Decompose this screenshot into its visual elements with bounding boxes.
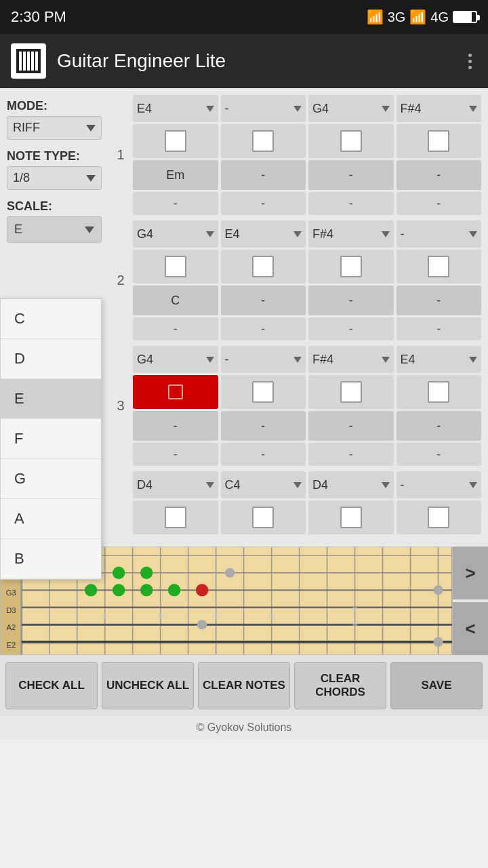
- row1-col4: F#4 - -: [396, 95, 482, 215]
- sequence-row-4: D4 C4: [108, 471, 481, 534]
- note-header-r4c1[interactable]: D4: [133, 471, 218, 498]
- dot-g3-f3[interactable]: [85, 584, 97, 596]
- note-header-r2c4[interactable]: -: [396, 220, 482, 248]
- note-header-r1c4[interactable]: F#4: [396, 95, 482, 122]
- checkbox-r3c1-active: [133, 375, 218, 409]
- checkbox-input-r2c3[interactable]: [340, 256, 362, 277]
- note-header-r3c2[interactable]: -: [221, 346, 306, 373]
- fretboard-next-button[interactable]: >: [453, 547, 488, 599]
- scale-option-c[interactable]: C: [1, 299, 101, 339]
- note-header-r1c1[interactable]: E4: [133, 95, 218, 122]
- note-header-r2c1[interactable]: G4: [133, 220, 218, 248]
- row3-col4: E4 - -: [396, 346, 482, 466]
- clear-chords-button[interactable]: CLEAR CHORDS: [294, 662, 386, 709]
- dot-b3-gray[interactable]: [225, 568, 235, 578]
- chord-r3c3: -: [308, 411, 394, 441]
- checkbox-input-r1c4[interactable]: [428, 130, 449, 152]
- row2-col2: E4 - -: [221, 220, 306, 340]
- scale-label: SCALE:: [7, 199, 102, 214]
- checkbox-input-r4c1[interactable]: [165, 507, 186, 528]
- checkbox-input-r4c4[interactable]: [428, 507, 449, 528]
- uncheck-all-button[interactable]: UNCHECK ALL: [102, 662, 194, 709]
- row3-col1: G4 - -: [133, 346, 218, 466]
- note-type-arrow-icon: [86, 175, 96, 182]
- chord-r2c1: C: [133, 285, 218, 315]
- network1: 3G: [388, 9, 406, 25]
- checkbox-input-r2c1[interactable]: [165, 256, 186, 277]
- checkbox-input-r4c3[interactable]: [340, 507, 362, 528]
- checkbox-input-r3c1[interactable]: [165, 381, 186, 403]
- scale-option-f[interactable]: F: [1, 419, 101, 459]
- save-button[interactable]: SAVE: [390, 662, 483, 709]
- time: 2:30 PM: [11, 8, 66, 26]
- svg-point-37: [102, 614, 108, 619]
- checkbox-input-r1c3[interactable]: [340, 130, 362, 152]
- note-header-r4c3[interactable]: D4: [308, 471, 394, 498]
- svg-rect-4: [31, 52, 34, 71]
- header-arrow-icon: [382, 106, 390, 112]
- dot-a2-gray1[interactable]: [197, 620, 207, 629]
- row-num-4: [108, 471, 133, 534]
- dot-g3-gray[interactable]: [433, 585, 443, 595]
- note-header-r3c3[interactable]: F#4: [308, 346, 394, 373]
- header-arrow-icon: [206, 482, 214, 488]
- row4-col4: -: [396, 471, 482, 534]
- checkbox-input-r2c4[interactable]: [428, 256, 449, 277]
- fretboard-prev-button[interactable]: <: [453, 602, 488, 655]
- note-type-dropdown[interactable]: 1/8: [7, 166, 102, 190]
- scale-option-a[interactable]: A: [1, 499, 101, 539]
- checkbox-input-r4c2[interactable]: [252, 507, 274, 528]
- checkbox-input-r3c4[interactable]: [428, 381, 449, 403]
- note-header-r2c2[interactable]: E4: [221, 220, 306, 248]
- dot-g3-f5[interactable]: [140, 584, 152, 596]
- dot-b3-f4[interactable]: [113, 567, 125, 579]
- checkbox-input-r2c2[interactable]: [252, 256, 274, 277]
- scale-dropdown-open: C D E F G A B: [0, 298, 102, 580]
- note-header-r3c4[interactable]: E4: [396, 346, 482, 373]
- sub-r1c1: -: [133, 192, 218, 215]
- svg-rect-1: [19, 52, 22, 71]
- note-header-r4c2[interactable]: C4: [221, 471, 306, 498]
- menu-button[interactable]: [463, 48, 477, 75]
- header-arrow-icon: [469, 231, 477, 237]
- note-header-r1c3[interactable]: G4: [308, 95, 394, 122]
- checkbox-r4c4: [396, 500, 482, 534]
- header-arrow-icon: [293, 106, 302, 112]
- checkbox-r4c1: [133, 500, 218, 534]
- check-all-button[interactable]: CHECK ALL: [5, 662, 98, 709]
- dot-g3-f7-red[interactable]: [196, 584, 208, 596]
- note-header-r4c4[interactable]: -: [396, 471, 482, 498]
- row-1-columns: E4 Em - -: [133, 95, 481, 215]
- scale-option-g[interactable]: G: [1, 459, 101, 499]
- checkbox-input-r3c3[interactable]: [340, 381, 362, 403]
- dot-g3-f6[interactable]: [168, 584, 180, 596]
- sub-r3c3: -: [308, 443, 394, 466]
- row-num-2: 2: [108, 220, 133, 340]
- note-header-r1c2[interactable]: -: [221, 95, 306, 122]
- row-2-columns: G4 C - E4: [133, 220, 481, 340]
- header-arrow-icon: [382, 482, 390, 488]
- dot-g3-f4[interactable]: [113, 584, 125, 596]
- svg-point-39: [214, 614, 219, 619]
- dot-b3-f5[interactable]: [140, 567, 152, 579]
- checkbox-input-r3c2[interactable]: [252, 381, 274, 403]
- row2-col3: F#4 - -: [308, 220, 394, 340]
- svg-point-40: [269, 614, 274, 619]
- scale-dropdown[interactable]: E: [7, 216, 102, 243]
- scale-option-d[interactable]: D: [1, 339, 101, 379]
- app-title: Guitar Engineer Lite: [57, 50, 463, 72]
- header-arrow-icon: [206, 231, 214, 237]
- scale-option-b[interactable]: B: [1, 539, 101, 579]
- checkbox-input-r1c1[interactable]: [165, 130, 186, 152]
- checkbox-r4c3: [308, 500, 394, 534]
- checkbox-input-r1c2[interactable]: [252, 130, 274, 152]
- dot-e2-gray[interactable]: [433, 637, 443, 647]
- row1-col2: - - -: [221, 95, 306, 215]
- note-header-r3c1[interactable]: G4: [133, 346, 218, 373]
- bottom-buttons: CHECK ALL UNCHECK ALL CLEAR NOTES CLEAR …: [0, 655, 488, 716]
- clear-notes-button[interactable]: CLEAR NOTES: [198, 662, 290, 709]
- scale-option-e[interactable]: E: [1, 379, 101, 419]
- note-header-r2c3[interactable]: F#4: [308, 220, 394, 248]
- footer: © Gyokov Solutions: [0, 716, 488, 739]
- mode-dropdown[interactable]: RIFF: [7, 116, 102, 140]
